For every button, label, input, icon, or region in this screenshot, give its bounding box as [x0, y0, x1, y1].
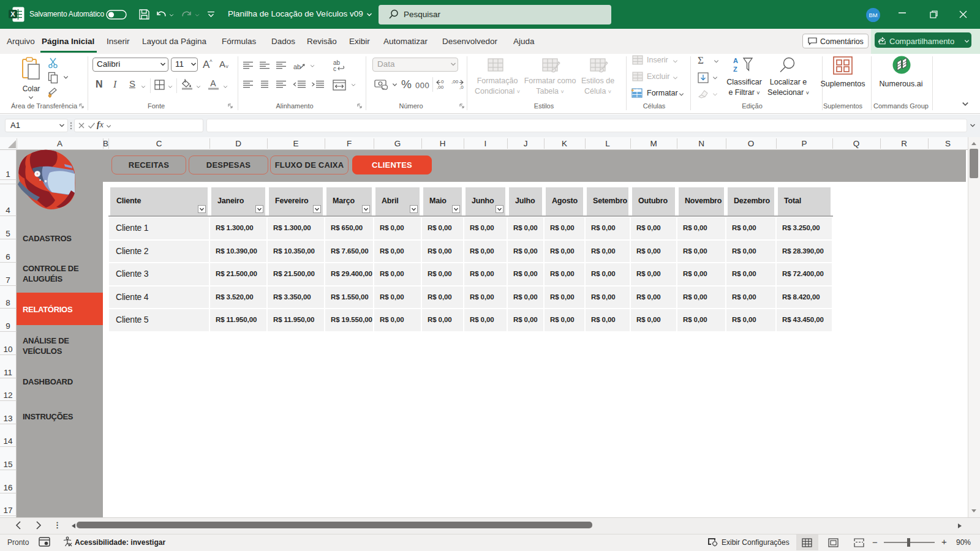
svg-text:c: c — [333, 66, 336, 72]
svg-text:,00: ,00 — [437, 84, 444, 89]
svg-text:A: A — [733, 57, 738, 64]
svg-text:,00: ,00 — [451, 79, 459, 84]
svg-text:A: A — [210, 78, 216, 88]
svg-text:ab: ab — [293, 63, 301, 70]
svg-text:Z: Z — [733, 66, 737, 73]
svg-text:0: 0 — [441, 79, 444, 84]
svg-text:X: X — [10, 10, 15, 18]
